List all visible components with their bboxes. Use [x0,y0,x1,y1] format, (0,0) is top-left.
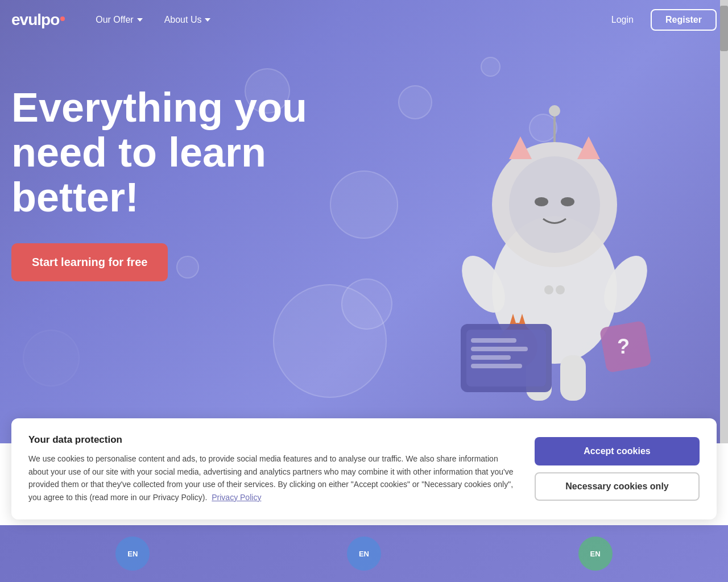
svg-rect-25 [471,364,522,368]
nav-our-offer[interactable]: Our Offer [88,10,150,30]
start-learning-button[interactable]: Start learning for free [11,243,168,281]
badge-en-2: EN [347,537,381,571]
nav-auth: Login Register [603,9,717,31]
svg-point-6 [561,197,574,206]
logo-text: evulpo [11,11,59,29]
necessary-cookies-button[interactable]: Necessary cookies only [535,472,700,501]
svg-rect-23 [471,347,528,351]
cookie-banner: Your data protection We use cookies to p… [11,418,717,519]
hero-heading-line3: better! [11,174,139,220]
svg-marker-3 [509,136,532,159]
svg-point-8 [549,105,560,117]
about-us-chevron-icon [205,18,210,22]
cookie-body: We use cookies to personalise content an… [28,452,518,504]
nav-about-us[interactable]: About Us [156,10,219,30]
logo[interactable]: evulpo [11,11,65,29]
register-button[interactable]: Register [651,9,717,31]
logo-accent-dot [60,16,65,21]
bottom-strip: EN EN EN [0,525,728,582]
mascot-svg: ? V ¢ ✓ ✕ [387,45,700,432]
accept-cookies-button[interactable]: Accept cookies [535,437,700,465]
login-button[interactable]: Login [603,10,642,30]
svg-point-5 [535,197,548,206]
hero-section: evulpo Our Offer About Us Login Register [0,0,728,443]
hero-heading-line1: Everything you [11,85,307,130]
hero-heading-line2: need to learn [11,130,266,175]
scroll-thumb[interactable] [720,6,728,51]
badge-en-1: EN [115,537,150,571]
privacy-policy-link[interactable]: Privacy Policy [212,493,261,502]
nav-our-offer-label: Our Offer [96,15,133,25]
bg-decor-8 [23,330,80,386]
svg-rect-24 [471,355,511,360]
navbar: evulpo Our Offer About Us Login Register [0,0,728,40]
cookie-buttons: Accept cookies Necessary cookies only [535,437,700,501]
scrollbar[interactable] [720,0,728,443]
cookie-body-text: We use cookies to personalise content an… [28,454,513,501]
nav-about-us-label: About Us [164,15,202,25]
our-offer-chevron-icon [137,18,143,22]
svg-point-2 [509,156,600,253]
badge-en-3: EN [578,537,613,571]
svg-point-14 [556,285,565,294]
svg-text:?: ? [617,335,630,358]
bg-decor-9 [273,284,387,398]
svg-rect-12 [560,355,586,401]
mascot-illustration: ? V ¢ ✓ ✕ [387,45,700,432]
hero-heading: Everything you need to learn better! [11,85,307,221]
svg-point-13 [544,285,553,294]
cookie-text-area: Your data protection We use cookies to p… [28,434,518,504]
nav-links: Our Offer About Us [88,10,603,30]
svg-marker-4 [577,136,600,159]
hero-content: Everything you need to learn better! Sta… [11,85,307,281]
cookie-title: Your data protection [28,434,518,446]
svg-rect-22 [471,338,516,343]
